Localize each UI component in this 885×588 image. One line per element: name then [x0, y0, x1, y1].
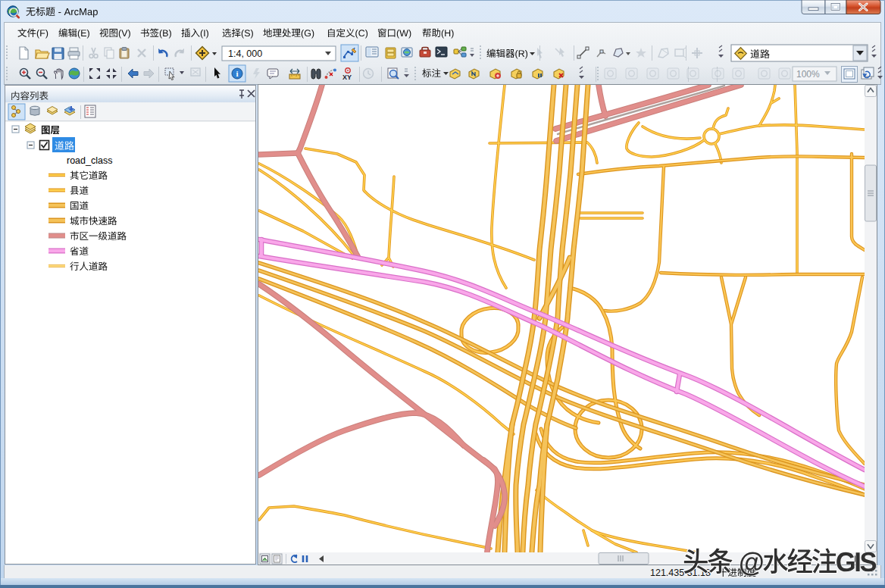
svg-text:road_class: road_class: [67, 155, 112, 166]
svg-text:100%: 100%: [796, 69, 820, 80]
svg-text:1:4, 000: 1:4, 000: [228, 48, 262, 59]
svg-text:i: i: [236, 69, 238, 78]
svg-text:XY: XY: [342, 74, 352, 81]
